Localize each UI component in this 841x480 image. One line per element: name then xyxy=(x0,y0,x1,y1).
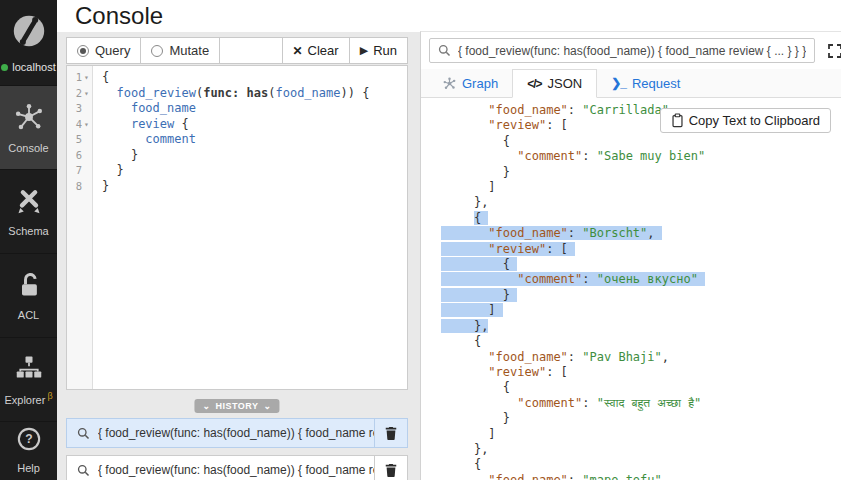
sidebar-server-connection[interactable]: localhost xyxy=(0,0,57,85)
sidebar-item-label: Schema xyxy=(8,225,48,237)
sidebar-item-explorer[interactable]: Explorerβ xyxy=(0,337,57,421)
line-number: 8 xyxy=(67,179,84,195)
clear-button-label: Clear xyxy=(308,43,339,58)
json-result-line: { xyxy=(435,457,841,472)
query-radio-option[interactable]: Query xyxy=(67,38,141,63)
radio-selected-icon[interactable] xyxy=(77,45,89,57)
line-number: 5 xyxy=(67,132,84,148)
tab-request[interactable]: ❯_ Request xyxy=(597,69,694,97)
clear-button[interactable]: ✕ Clear xyxy=(282,38,349,63)
results-panel: { food_review(func: has(food_name)) { fo… xyxy=(420,31,841,480)
fold-gutter xyxy=(84,132,92,148)
editor-code-line: 3 food_name xyxy=(67,101,407,117)
fold-gutter xyxy=(84,101,92,117)
dgraph-logo-icon xyxy=(10,12,48,54)
radio-unselected-icon[interactable] xyxy=(151,45,163,57)
chevron-down-icon: ⌄ xyxy=(264,401,272,411)
results-query-text: { food_review(func: has(food_name)) { fo… xyxy=(458,44,806,58)
sidebar: localhost Console xyxy=(0,0,57,480)
editor-code-line: 8} xyxy=(67,179,407,195)
json-result-line: "food_name": "Borscht", xyxy=(435,226,841,241)
clipboard-icon xyxy=(671,113,684,128)
json-result-line: } xyxy=(435,288,841,303)
history-item[interactable]: { food_review(func: has(food_name)) { fo… xyxy=(66,455,408,480)
json-result-line: "comment": "очень вкусно" xyxy=(435,272,841,287)
query-code: 1▾{2▾ food_review(func: has(food_name)) … xyxy=(67,66,407,194)
text-selection: "food_name": "Borscht", xyxy=(445,226,662,240)
json-result-line: "review": [ xyxy=(435,242,841,257)
copy-to-clipboard-button[interactable]: Copy Text to Clipboard xyxy=(660,108,831,133)
editor-code-line: 7 } xyxy=(67,163,407,179)
sitemap-icon xyxy=(14,353,44,385)
editor-code-line: 2▾ food_review(func: has(food_name)) { xyxy=(67,86,407,102)
results-query-input[interactable]: { food_review(func: has(food_name)) { fo… xyxy=(429,38,815,63)
text-selection: ] xyxy=(445,303,503,317)
play-icon: ▶ xyxy=(360,44,368,57)
json-output[interactable]: "food_name": "Carrillada", "review": [ {… xyxy=(421,98,841,480)
editor-toolbar: Query Mutate ✕ Clear ▶ Run xyxy=(66,37,408,64)
editor-code-line: 6 } xyxy=(67,148,407,164)
line-number: 3 xyxy=(67,101,84,117)
json-result-line: ] xyxy=(435,180,841,195)
delete-history-button[interactable] xyxy=(374,419,407,447)
fold-gutter xyxy=(84,148,92,164)
close-icon: ✕ xyxy=(293,44,303,58)
chevron-down-icon: ⌄ xyxy=(202,401,210,411)
json-result-line: ] xyxy=(435,427,841,442)
sidebar-item-label: Help xyxy=(17,462,40,474)
sidebar-item-console[interactable]: Console xyxy=(0,85,57,169)
sidebar-item-help[interactable]: ? Help xyxy=(0,421,57,478)
sidebar-item-acl[interactable]: ACL xyxy=(0,253,57,337)
sidebar-item-label: Console xyxy=(8,142,48,154)
json-result-line: { xyxy=(435,380,841,395)
text-selection: "review": [ xyxy=(445,242,575,256)
json-result-line: } xyxy=(435,165,841,180)
json-result-line: ] xyxy=(435,303,841,318)
sidebar-item-label: ACL xyxy=(18,309,39,321)
fold-arrow-icon[interactable]: ▾ xyxy=(84,70,92,86)
trash-icon xyxy=(384,426,398,440)
line-number: 2 xyxy=(67,86,84,102)
json-result-line: "food_name": "mapo tofu", xyxy=(435,473,841,480)
fullscreen-icon xyxy=(827,43,841,59)
text-selection: } xyxy=(445,288,517,302)
tab-json[interactable]: </> JSON xyxy=(512,69,597,98)
fold-arrow-icon[interactable]: ▾ xyxy=(84,86,92,102)
query-radio-label: Query xyxy=(95,43,130,58)
connection-status-dot xyxy=(1,64,8,71)
text-selection: }, xyxy=(445,319,488,333)
fold-arrow-icon[interactable]: ▾ xyxy=(84,117,92,133)
help-question-icon: ? xyxy=(16,426,42,456)
toolbar-spacer xyxy=(220,38,281,63)
run-button[interactable]: ▶ Run xyxy=(349,38,407,63)
terminal-prompt-icon: ❯_ xyxy=(611,76,626,90)
delete-history-button[interactable] xyxy=(374,456,407,480)
schema-pencils-icon xyxy=(14,187,44,219)
fold-gutter xyxy=(84,179,92,195)
line-number: 6 xyxy=(67,148,84,164)
open-lock-icon xyxy=(15,271,43,303)
line-number: 1 xyxy=(67,70,84,86)
json-result-line: }, xyxy=(435,195,841,210)
fullscreen-button[interactable] xyxy=(825,41,841,61)
main-content: Console Query Mutate ✕ Clear ▶ Run 1▾{2▾… xyxy=(57,0,841,480)
results-query-row: { food_review(func: has(food_name)) { fo… xyxy=(421,32,841,69)
beta-badge: β xyxy=(47,391,52,401)
json-result-line: "food_name": "Pav Bhaji", xyxy=(435,350,841,365)
history-item[interactable]: { food_review(func: has(food_name)) { fo… xyxy=(66,418,408,448)
json-result-line: "comment": "स्वाद बहुत अच्छा है" xyxy=(435,396,841,411)
mutate-radio-option[interactable]: Mutate xyxy=(141,38,220,63)
tab-graph[interactable]: Graph xyxy=(429,69,512,97)
page-title: Console xyxy=(75,2,163,30)
json-result-line: { xyxy=(435,211,841,226)
sidebar-item-schema[interactable]: Schema xyxy=(0,169,57,253)
history-toggle[interactable]: ⌄ HISTORY ⌄ xyxy=(194,399,279,413)
graph-network-icon xyxy=(443,77,456,90)
json-result-line: { xyxy=(435,334,841,349)
search-icon xyxy=(77,464,90,477)
json-result-line: }, xyxy=(435,319,841,334)
tab-label: JSON xyxy=(548,76,583,91)
query-editor[interactable]: 1▾{2▾ food_review(func: has(food_name)) … xyxy=(66,65,408,390)
json-result-line: { xyxy=(435,134,841,149)
trash-icon xyxy=(384,463,398,477)
